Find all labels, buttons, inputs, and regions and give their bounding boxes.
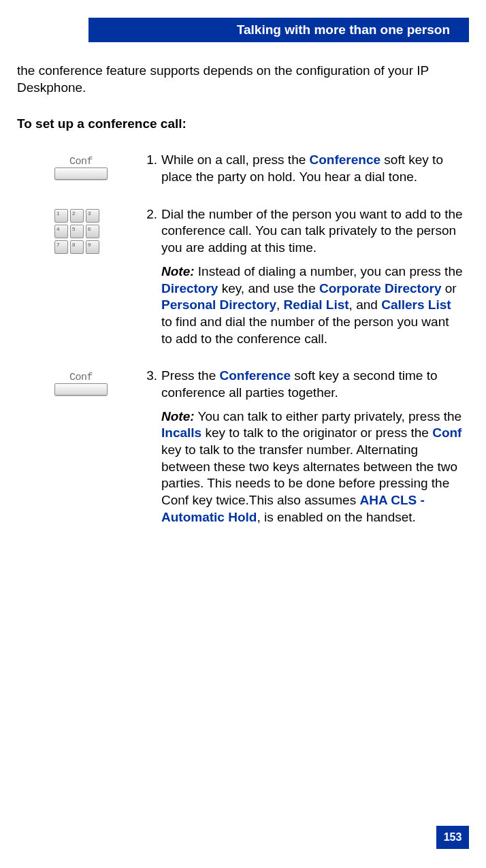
note-label-2: Note: (161, 409, 195, 423)
conf-softkey-icon: Conf (54, 156, 108, 180)
s2-n-post: to find and dial the number of the perso… (161, 315, 449, 346)
step-2-note: Note: Instead of dialing a number, you c… (161, 263, 463, 347)
step-2-main: Dial the number of the person you want t… (161, 206, 463, 257)
step-1: Conf 1. While on a call, press the Confe… (17, 152, 466, 185)
step-1-pre: While on a call, press the (161, 152, 310, 167)
key-8: 8 (70, 240, 84, 254)
step-2-icon: 1 2 3 4 5 6 7 8 9 (17, 206, 140, 348)
keypad-icon: 1 2 3 4 5 6 7 8 9 (54, 209, 140, 254)
step-3-main: Press the Conference soft key a second t… (161, 368, 463, 401)
s2-n-mid1: key, and use the (218, 281, 319, 295)
step-2-text: 2. Dial the number of the person you wan… (140, 206, 466, 348)
step-1-text: 1. While on a call, press the Conference… (140, 152, 466, 185)
step-3-number: 3. (140, 368, 161, 385)
redial-list-key: Redial List (284, 298, 349, 312)
softkey-button-icon-2 (54, 383, 108, 396)
key-1: 1 (54, 209, 68, 223)
note-label: Note: (161, 264, 195, 278)
header-bar: Talking with more than one person (88, 18, 469, 42)
key-3: 3 (86, 209, 99, 223)
step-3: Conf 3. Press the Conference soft key a … (17, 368, 466, 526)
intro-text: the conference feature supports depends … (17, 63, 466, 96)
page-content: the conference feature supports depends … (17, 63, 466, 546)
s3-n-pre: You can talk to either party privately, … (195, 409, 462, 423)
page-number-box: 153 (436, 826, 469, 849)
step-3-text: 3. Press the Conference soft key a secon… (140, 368, 466, 526)
conf-key: Conf (432, 425, 461, 440)
header-title: Talking with more than one person (237, 22, 450, 37)
conference-key: Conference (310, 152, 381, 167)
s2-n-mid2: or (442, 281, 457, 295)
key-9: 9 (86, 240, 99, 254)
key-7: 7 (54, 240, 68, 254)
step-1-icon: Conf (17, 152, 140, 185)
personal-directory-key: Personal Directory (161, 298, 276, 312)
incalls-key: Incalls (161, 425, 201, 440)
s3-n-post: , is enabled on the handset. (257, 510, 415, 524)
step-2-number: 2. (140, 206, 161, 223)
conf-softkey-label: Conf (54, 156, 108, 167)
callers-list-key: Callers List (381, 298, 451, 312)
conf-softkey-icon-2: Conf (54, 372, 108, 396)
s2-n-mid3: , (276, 298, 284, 312)
page-number: 153 (444, 831, 462, 843)
key-2: 2 (70, 209, 84, 223)
step-1-number: 1. (140, 152, 161, 169)
key-4: 4 (54, 225, 68, 238)
step-3-icon: Conf (17, 368, 140, 526)
corporate-directory-key: Corporate Directory (319, 281, 442, 295)
section-heading: To set up a conference call: (17, 116, 466, 131)
s2-n-pre: Instead of dialing a number, you can pre… (195, 264, 463, 278)
conference-key-2: Conference (220, 368, 291, 383)
step-3-note: Note: You can talk to either party priva… (161, 408, 463, 526)
s3-m-pre: Press the (161, 368, 220, 383)
conf-softkey-label-2: Conf (54, 372, 108, 383)
step-2: 1 2 3 4 5 6 7 8 9 2. Dial the number of … (17, 206, 466, 348)
directory-key: Directory (161, 281, 218, 295)
key-5: 5 (70, 225, 84, 238)
softkey-button-icon (54, 167, 108, 180)
s3-n-mid1: key to talk to the originator or press t… (201, 425, 432, 440)
key-6: 6 (86, 225, 99, 238)
s2-n-mid4: , and (349, 298, 382, 312)
